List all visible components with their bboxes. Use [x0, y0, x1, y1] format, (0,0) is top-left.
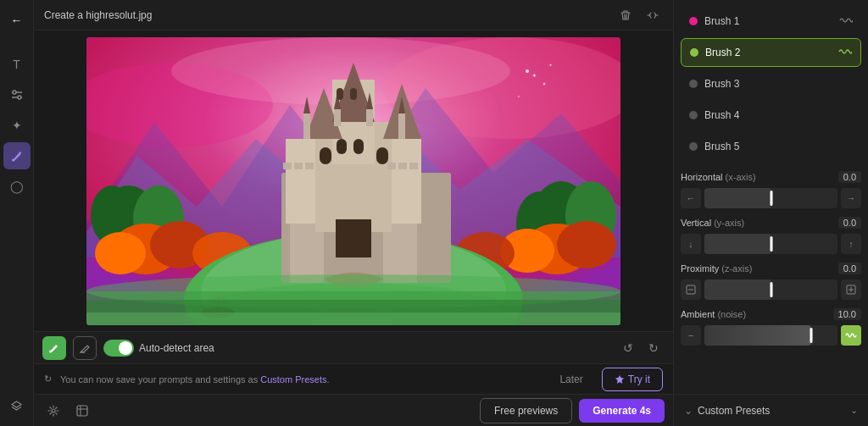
horizontal-value: 0.0 [838, 171, 861, 183]
vertical-up-button[interactable]: ↑ [841, 234, 861, 254]
try-it-button[interactable]: Try it [602, 368, 663, 391]
svg-rect-44 [366, 109, 373, 126]
custom-presets-label: Custom Presets [698, 405, 845, 417]
svg-point-76 [52, 409, 55, 412]
svg-point-9 [526, 69, 529, 73]
horizontal-track[interactable] [704, 188, 837, 208]
proximity-zoom-in-button[interactable] [841, 279, 861, 300]
proximity-value: 0.0 [838, 263, 861, 274]
svg-point-4 [12, 158, 14, 161]
brush-1-wave [839, 15, 853, 28]
redo-button[interactable]: ↻ [643, 337, 665, 359]
sliders-section: Horizontal (x-axis) 0.0 ← → Vertical (y-… [674, 164, 868, 394]
svg-point-10 [543, 82, 546, 85]
sidebar-brush-icon[interactable] [3, 142, 31, 169]
brush-1-name: Brush 1 [704, 15, 832, 27]
auto-detect-label: Auto-detect area [139, 342, 214, 354]
custom-presets-link[interactable]: Custom Presets [260, 374, 326, 385]
svg-point-2 [13, 91, 16, 94]
svg-rect-73 [86, 313, 620, 325]
undo-redo-group: ↺ ↻ [617, 337, 665, 359]
brush-item-3[interactable]: Brush 3 [681, 69, 861, 98]
proximity-slider-row [681, 279, 861, 300]
horizontal-slider-row: ← → [681, 188, 861, 208]
brush-item-2[interactable]: Brush 2 [681, 38, 861, 67]
undo-button[interactable]: ↺ [617, 337, 639, 359]
svg-point-11 [518, 96, 520, 97]
canvas-area[interactable]: ✦ ✦ [34, 30, 673, 331]
custom-presets-collapse-icon: ⌄ [684, 405, 693, 417]
auto-detect-toggle-container: Auto-detect area [103, 340, 214, 357]
status-bar: ↻ You can now save your prompts and sett… [34, 363, 673, 394]
auto-detect-toggle[interactable] [103, 340, 134, 357]
table-icon[interactable] [71, 400, 93, 422]
svg-rect-58 [305, 163, 314, 169]
brush-item-4[interactable]: Brush 4 [681, 101, 861, 130]
sidebar-circle-icon[interactable]: ◯ [3, 173, 31, 200]
ambient-minus-button[interactable]: − [681, 325, 701, 346]
brush-item-5[interactable]: Brush 5 [681, 132, 861, 161]
ambient-slider-group: Ambient (noise) 10.0 − [681, 308, 861, 346]
try-it-label: Try it [628, 373, 650, 385]
svg-rect-51 [350, 88, 357, 100]
ambient-track[interactable] [704, 325, 837, 346]
custom-presets-chevron: ⌄ [850, 405, 858, 416]
svg-rect-55 [353, 139, 364, 154]
ambient-slider-row: − [681, 325, 861, 346]
svg-rect-77 [77, 406, 87, 416]
svg-rect-56 [283, 163, 292, 169]
later-button[interactable]: Later [548, 368, 594, 390]
eraser-tool-button[interactable] [73, 336, 97, 360]
sidebar-back-icon[interactable]: ← [3, 7, 31, 34]
svg-point-21 [95, 232, 146, 274]
ambient-wave-button[interactable] [841, 325, 861, 346]
svg-rect-54 [337, 139, 347, 154]
brush-list: Brush 1 Brush 2 Brush 3 Brush [674, 0, 868, 164]
svg-rect-43 [334, 109, 341, 126]
brush-1-dot [689, 17, 698, 25]
sidebar-layers-icon[interactable] [3, 392, 31, 419]
brush-2-dot [690, 48, 698, 57]
left-sidebar: ← T ✦ ◯ [0, 0, 34, 426]
svg-rect-57 [294, 163, 303, 169]
svg-point-3 [18, 96, 21, 99]
svg-rect-53 [376, 147, 388, 164]
proximity-track[interactable] [704, 279, 837, 300]
svg-text:✦: ✦ [531, 72, 537, 80]
proximity-slider-group: Proximity (z-axis) 0.0 [681, 263, 861, 300]
brush-5-dot [689, 142, 698, 151]
vertical-slider-row: ↓ ↑ [681, 234, 861, 254]
proximity-zoom-out-button[interactable] [681, 279, 701, 300]
vertical-value: 0.0 [838, 217, 861, 229]
sidebar-text-icon[interactable]: T [3, 51, 31, 78]
vertical-down-button[interactable]: ↓ [681, 234, 701, 254]
horizontal-right-button[interactable]: → [841, 188, 861, 208]
settings-icon[interactable] [42, 400, 64, 422]
svg-rect-62 [336, 219, 371, 257]
bottom-toolbar: Auto-detect area ↺ ↻ [34, 331, 673, 363]
svg-point-26 [557, 221, 616, 268]
sidebar-cursor-icon[interactable]: ✦ [3, 112, 31, 139]
generate-button[interactable]: Generate 4s [579, 399, 665, 423]
horizontal-label: Horizontal (x-axis) [681, 172, 756, 182]
custom-presets-footer[interactable]: ⌄ Custom Presets ⌄ [674, 394, 868, 426]
vertical-track[interactable] [704, 234, 837, 254]
ambient-value: 10.0 [833, 308, 861, 320]
main-content: Create a highresolut.jpg [34, 0, 673, 426]
free-preview-button[interactable]: Free previews [480, 398, 572, 423]
top-bar: Create a highresolut.jpg [34, 0, 673, 30]
svg-rect-59 [387, 163, 396, 169]
brush-4-dot [689, 111, 698, 119]
layout-icon[interactable] [643, 5, 663, 25]
sidebar-adjust-icon[interactable] [3, 81, 31, 108]
delete-icon[interactable] [615, 5, 636, 25]
status-message: You can now save your prompts and settin… [60, 374, 541, 385]
svg-rect-42 [303, 113, 310, 139]
svg-rect-61 [409, 163, 418, 169]
brush-item-1[interactable]: Brush 1 [681, 7, 861, 36]
brush-5-name: Brush 5 [704, 141, 853, 152]
brush-2-wave [838, 47, 852, 59]
horizontal-left-button[interactable]: ← [681, 188, 701, 208]
brush-tool-button[interactable] [42, 336, 66, 360]
svg-text:✦: ✦ [548, 63, 553, 68]
